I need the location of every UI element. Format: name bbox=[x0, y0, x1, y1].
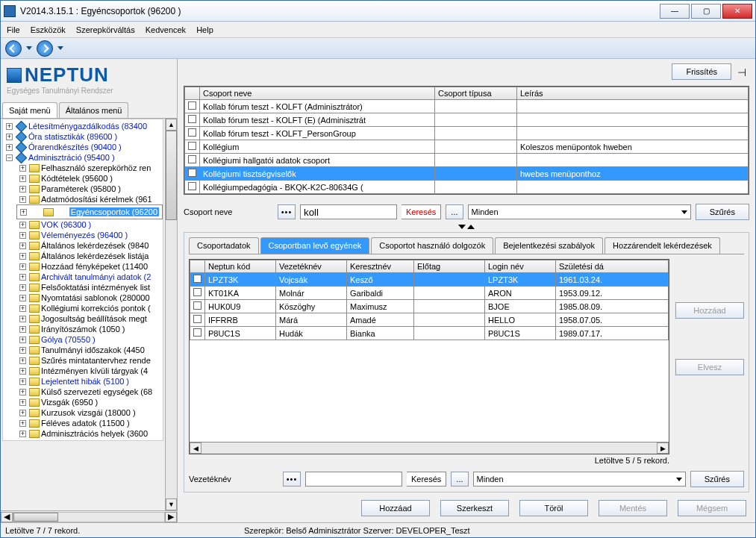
row-checkbox[interactable] bbox=[193, 288, 202, 296]
row-checkbox[interactable] bbox=[193, 275, 202, 283]
row-checkbox[interactable] bbox=[188, 182, 196, 190]
search1-filter-button[interactable]: Szűrés bbox=[696, 204, 749, 220]
tree-item[interactable]: Archivált tanulmányi adatok (2 bbox=[41, 272, 151, 281]
refresh-button[interactable]: Frissítés bbox=[672, 63, 731, 80]
row-checkbox[interactable] bbox=[188, 169, 196, 177]
menu-fav[interactable]: Kedvencek bbox=[146, 25, 186, 34]
row-checkbox[interactable] bbox=[193, 328, 202, 337]
add-button[interactable]: Hozzáad bbox=[361, 500, 430, 516]
col-firstname[interactable]: Keresztnév bbox=[347, 260, 414, 273]
tree-item[interactable]: Órarendkészítés (90400 ) bbox=[28, 143, 122, 151]
delete-button[interactable]: Töröl bbox=[519, 500, 588, 516]
row-checkbox[interactable] bbox=[188, 101, 196, 110]
tree-item[interactable]: Adminisztráció (95400 ) bbox=[28, 153, 115, 162]
search2-mode-button[interactable]: ••• bbox=[283, 472, 301, 487]
tree-item[interactable]: Adatmódosítási kérelmek (961 bbox=[41, 195, 152, 204]
tree-item[interactable]: Intézményen kívüli tárgyak (4 bbox=[41, 366, 148, 375]
table-row-selected[interactable]: Kollégiumi tisztségviselőkhwebes menüpon… bbox=[185, 167, 749, 181]
search1-input[interactable] bbox=[300, 204, 397, 219]
col-group-desc[interactable]: Leírás bbox=[517, 87, 749, 100]
row-checkbox[interactable] bbox=[193, 301, 202, 310]
table-row[interactable]: IFFRRBMáráAmadéHELLO1958.07.05. bbox=[190, 313, 669, 327]
search2-scope-select[interactable]: Minden bbox=[473, 472, 686, 487]
members-remove-button[interactable]: Elvesz bbox=[675, 359, 744, 375]
tree-item[interactable]: Külső szervezeti egységek (68 bbox=[41, 387, 152, 396]
tree-item[interactable]: Véleményezés (96400 ) bbox=[41, 231, 128, 240]
table-row[interactable]: KT01KAMolnárGaribaldiARON1953.09.12. bbox=[190, 287, 669, 300]
tree-item[interactable]: Általános lekérdezések listája bbox=[41, 251, 149, 260]
table-row[interactable]: P8UC1SHudákBiankaP8UC1S1989.07.17. bbox=[190, 327, 669, 340]
search2-button[interactable]: Keresés bbox=[407, 472, 446, 487]
table-row[interactable]: Kollab fórum teszt - KOLFT (E) (Adminisz… bbox=[185, 113, 749, 127]
save-button[interactable]: Mentés bbox=[599, 500, 667, 516]
tab-login-rules[interactable]: Bejelentkezési szabályok bbox=[495, 237, 603, 254]
menu-tools[interactable]: Eszközök bbox=[31, 25, 66, 34]
col-group-type[interactable]: Csoport típusa bbox=[435, 87, 517, 100]
members-hscroll[interactable]: ◀▶ bbox=[190, 442, 669, 454]
tab-own-menu[interactable]: Saját menü bbox=[2, 102, 57, 118]
edit-button[interactable]: Szerkeszt bbox=[440, 500, 509, 516]
tree-item[interactable]: Féléves adatok (11500 ) bbox=[41, 419, 130, 428]
table-row[interactable]: Kollab fórum teszt - KOLFT_PersonGroup bbox=[185, 127, 749, 140]
tree-item[interactable]: Vizsgák (6950 ) bbox=[41, 398, 98, 407]
tree-item[interactable]: Hozzáad fényképeket (11400 bbox=[41, 262, 148, 271]
tree-item[interactable]: Óra statisztikák (89600 ) bbox=[28, 132, 117, 141]
row-checkbox[interactable] bbox=[188, 115, 196, 123]
search1-browse-button[interactable]: ... bbox=[446, 204, 463, 219]
tree-item-selected[interactable]: Egyéncsoportok (96200 bbox=[69, 207, 159, 216]
search2-input[interactable] bbox=[305, 472, 402, 487]
tree-item[interactable]: VOK (96300 ) bbox=[41, 220, 91, 229]
tree-item[interactable]: Létesítménygazdálkodás (83400 bbox=[28, 122, 147, 131]
table-row-selected[interactable]: LPZT3KVojcsákKeszőLPZT3K1961.03.24. bbox=[190, 273, 669, 287]
tab-group-data[interactable]: Csoportadatok bbox=[189, 237, 259, 254]
tree-item[interactable]: Jogosultság beállítások megt bbox=[41, 314, 147, 323]
cancel-button[interactable]: Mégsem bbox=[678, 500, 746, 516]
table-row[interactable]: Kollégiumi hallgatói adatok csoport bbox=[185, 154, 749, 167]
maximize-button[interactable]: ▢ bbox=[691, 4, 721, 19]
search1-button[interactable]: Keresés bbox=[402, 204, 441, 219]
tree-item[interactable]: Irányítószámok (1050 ) bbox=[41, 325, 125, 334]
col-birth[interactable]: Születési dá bbox=[556, 260, 669, 273]
search2-browse-button[interactable]: ... bbox=[451, 472, 468, 487]
col-lastname[interactable]: Vezetéknév bbox=[276, 260, 347, 273]
pager[interactable] bbox=[184, 225, 749, 229]
tab-assigned-queries[interactable]: Hozzárendelt lekérdezések bbox=[605, 237, 720, 254]
pin-icon[interactable] bbox=[737, 66, 748, 77]
tree-item[interactable]: Felsőoktatási intézmények list bbox=[41, 283, 150, 292]
tree-item[interactable]: Nyomtatási sablonok (280000 bbox=[41, 293, 150, 302]
tree-item[interactable]: Felhasználó szerepkörhöz ren bbox=[41, 163, 151, 172]
tree-item[interactable]: Általános lekérdezések (9840 bbox=[41, 241, 149, 250]
table-row[interactable]: Kollégiumpedagógia - BKQK-K2C-80634G ( bbox=[185, 181, 749, 194]
tab-group-users[interactable]: Csoportot használó dolgozók bbox=[371, 237, 493, 254]
nav-back-button[interactable] bbox=[5, 40, 22, 57]
row-checkbox[interactable] bbox=[188, 142, 196, 150]
search1-scope-select[interactable]: Minden bbox=[468, 204, 691, 219]
tab-general-menu[interactable]: Általános menü bbox=[59, 102, 129, 118]
row-checkbox[interactable] bbox=[188, 128, 196, 137]
minimize-button[interactable]: — bbox=[660, 4, 690, 19]
table-row[interactable]: Kollab fórum teszt - KOLFT (Adminisztrát… bbox=[185, 100, 749, 113]
tree-item[interactable]: Paraméterek (95800 ) bbox=[41, 184, 121, 193]
col-code[interactable]: Neptun kód bbox=[205, 260, 276, 273]
menu-file[interactable]: File bbox=[7, 25, 20, 34]
menu-role[interactable]: Szerepkörváltás bbox=[76, 25, 135, 34]
table-row[interactable]: HUK0U9KöszöghyMaximuszBJOE1985.08.09. bbox=[190, 300, 669, 313]
tree-item[interactable]: Kollégiumi korrekciós pontok ( bbox=[41, 304, 151, 313]
tree-item[interactable]: Tanulmányi időszakok (4450 bbox=[41, 345, 145, 354]
members-add-button[interactable]: Hozzáad bbox=[675, 302, 744, 319]
col-login[interactable]: Login név bbox=[485, 260, 556, 273]
nav-back-dropdown-icon[interactable] bbox=[26, 46, 32, 50]
menu-help[interactable]: Help bbox=[196, 25, 213, 34]
nav-forward-dropdown-icon[interactable] bbox=[57, 46, 63, 50]
tree-item[interactable]: Gólya (70550 ) bbox=[41, 335, 96, 344]
col-prefix[interactable]: Előtag bbox=[414, 260, 485, 273]
tree-item[interactable]: Lejelentett hibák (5100 ) bbox=[41, 377, 129, 386]
col-group-name[interactable]: Csoport neve bbox=[200, 87, 435, 100]
tree-item[interactable]: Adminisztrációs helyek (3600 bbox=[41, 429, 148, 438]
close-button[interactable]: ✕ bbox=[722, 4, 752, 19]
nav-tree[interactable]: +Létesítménygazdálkodás (83400 +Óra stat… bbox=[2, 119, 163, 441]
nav-forward-button[interactable] bbox=[37, 40, 53, 57]
tab-group-members[interactable]: Csoportban levő egyének bbox=[260, 237, 370, 254]
search1-mode-button[interactable]: ••• bbox=[278, 204, 296, 219]
tree-item[interactable]: Kurzusok vizsgái (18000 ) bbox=[41, 408, 136, 417]
